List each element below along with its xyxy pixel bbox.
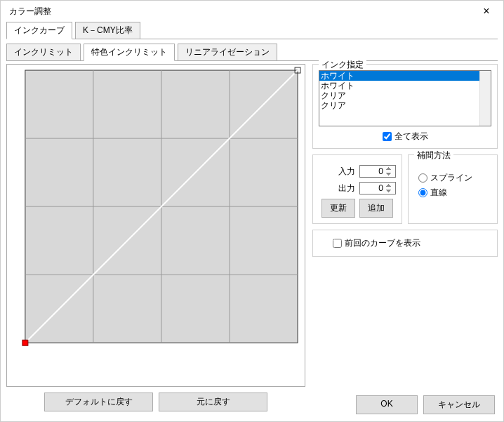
color-adjust-dialog: カラー調整 × インクカーブ K－CMY比率 インクリミット 特色インクリミット… — [0, 0, 504, 422]
curve-graph[interactable] — [6, 64, 305, 387]
tab-linearization[interactable]: リニアライゼーション — [178, 44, 277, 60]
graph-panel: デフォルトに戻す 元に戻す — [6, 64, 305, 411]
input-field[interactable] — [359, 165, 396, 178]
show-all-checkbox[interactable] — [383, 132, 392, 141]
output-label: 出力 — [338, 183, 355, 194]
ink-select-legend: インク指定 — [319, 59, 366, 71]
scrollbar[interactable] — [479, 71, 491, 126]
list-item[interactable]: ホワイト — [319, 81, 491, 91]
prev-curve-checkbox[interactable] — [333, 239, 342, 248]
dialog-footer: OK キャンセル — [356, 395, 495, 414]
linear-label: 直線 — [430, 187, 447, 199]
cancel-button[interactable]: キャンセル — [423, 395, 495, 414]
right-panel: インク指定 ホワイト ホワイト クリア クリア 全て表示 入力 — [312, 64, 498, 411]
output-row: 出力 — [319, 182, 396, 194]
graph-svg — [7, 65, 305, 386]
interp-legend: 補間方法 — [414, 150, 453, 161]
input-label: 入力 — [338, 166, 355, 178]
ok-button[interactable]: OK — [356, 395, 418, 414]
list-item[interactable]: クリア — [319, 100, 491, 110]
list-item[interactable]: クリア — [319, 91, 491, 100]
input-row: 入力 — [319, 165, 396, 178]
graph-buttons: デフォルトに戻す 元に戻す — [6, 393, 305, 411]
prev-curve-row: 前回のカーブを表示 — [333, 237, 491, 249]
io-group: 入力 出力 更新 追加 — [312, 154, 402, 224]
close-icon[interactable]: × — [475, 2, 498, 20]
tab-special-ink-limit[interactable]: 特色インクリミット — [84, 44, 175, 61]
default-button[interactable]: デフォルトに戻す — [44, 393, 153, 411]
interp-group: 補間方法 スプライン 直線 — [408, 154, 498, 224]
output-field[interactable] — [359, 182, 396, 194]
tab-ink-limit[interactable]: インクリミット — [6, 44, 81, 60]
show-all-label: 全て表示 — [394, 131, 428, 143]
prev-curve-group: 前回のカーブを表示 — [312, 230, 498, 257]
prev-curve-label: 前回のカーブを表示 — [345, 237, 420, 249]
update-button[interactable]: 更新 — [321, 199, 355, 218]
show-all-row: 全て表示 — [319, 131, 491, 143]
svg-rect-8 — [22, 340, 28, 345]
spline-row: スプライン — [418, 172, 491, 184]
middle-controls: 入力 出力 更新 追加 補間方法 スプ — [312, 154, 498, 224]
linear-radio[interactable] — [418, 188, 427, 197]
linear-row: 直線 — [418, 187, 491, 199]
ink-listbox[interactable]: ホワイト ホワイト クリア クリア — [319, 70, 491, 126]
main-tabs: インクカーブ K－CMY比率 — [6, 22, 498, 39]
ink-select-group: インク指定 ホワイト ホワイト クリア クリア 全て表示 — [312, 64, 498, 149]
tab-ink-curve[interactable]: インクカーブ — [6, 22, 72, 39]
spline-radio[interactable] — [418, 173, 427, 183]
add-button[interactable]: 追加 — [359, 199, 393, 218]
content-area: デフォルトに戻す 元に戻す インク指定 ホワイト ホワイト クリア クリア 全て… — [1, 61, 503, 417]
titlebar: カラー調整 × — [1, 1, 503, 22]
list-item[interactable]: ホワイト — [319, 71, 491, 81]
sub-tabs: インクリミット 特色インクリミット リニアライゼーション — [6, 44, 498, 61]
spline-label: スプライン — [430, 172, 472, 184]
revert-button[interactable]: 元に戻す — [159, 393, 267, 411]
dialog-title: カラー調整 — [6, 6, 475, 18]
tab-k-cmy-ratio[interactable]: K－CMY比率 — [75, 22, 140, 39]
